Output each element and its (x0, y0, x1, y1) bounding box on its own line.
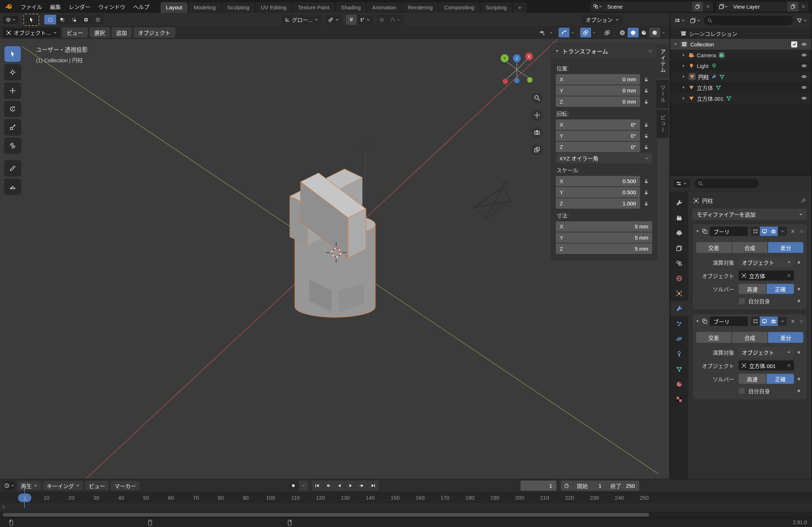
edit-mode-display-toggle[interactable] (751, 227, 760, 236)
next-keyframe-button[interactable] (356, 481, 367, 491)
perspective-toggle[interactable] (531, 144, 543, 155)
collection-checkbox[interactable] (791, 41, 797, 47)
current-frame-field[interactable]: 1 (520, 481, 556, 491)
animate-dot[interactable] (798, 261, 800, 264)
sidebar-tab[interactable]: アイテム (657, 44, 669, 78)
operation-intersect-button[interactable]: 交差 (696, 332, 731, 343)
viewport-menu-item[interactable]: 選択 (90, 27, 110, 38)
snap-toggle[interactable] (346, 15, 357, 25)
boolean-object-field[interactable]: 立方体.001 (739, 360, 794, 371)
expand-caret-icon[interactable] (681, 96, 686, 100)
timeline-scrollbar-track[interactable] (0, 512, 812, 518)
show-gizmo-toggle[interactable] (559, 28, 569, 37)
interaction-mode-dropdown[interactable]: オブジェクト... (3, 28, 60, 37)
outliner-search-input[interactable] (704, 16, 793, 25)
visibility-chevron[interactable] (548, 28, 554, 37)
viewport-display-toggle[interactable] (760, 317, 769, 326)
render-display-toggle[interactable] (769, 317, 778, 326)
value-field[interactable]: Y0° (556, 131, 640, 141)
eye-icon[interactable] (800, 95, 808, 101)
lock-icon[interactable] (640, 122, 652, 127)
tab-object[interactable] (670, 286, 688, 301)
render-display-toggle[interactable] (769, 227, 778, 236)
3d-viewport-canvas[interactable]: ユーザー・透視投影 (1) Collection | 円柱 (0, 39, 669, 479)
operation-union-button[interactable]: 合成 (732, 332, 767, 343)
viewport-display-toggle[interactable] (760, 227, 769, 236)
tool-move[interactable] (4, 83, 21, 99)
tab-object-data[interactable] (670, 362, 688, 377)
modifier-extras-dropdown[interactable] (778, 227, 787, 236)
jump-to-end-button[interactable] (367, 481, 379, 491)
outliner-display-mode-dropdown[interactable] (673, 17, 686, 24)
boolean-object-field[interactable]: 立方体 (739, 271, 794, 281)
tab-output[interactable] (670, 226, 688, 241)
blender-logo-icon[interactable] (4, 2, 14, 11)
menu-item[interactable]: レンダー (65, 1, 94, 12)
new-view-layer-button[interactable] (788, 2, 798, 12)
drag-grip-icon[interactable] (799, 319, 804, 324)
tool-3d-cursor[interactable] (4, 64, 21, 80)
modifier-extras-dropdown[interactable] (778, 317, 787, 326)
delete-modifier-button[interactable] (789, 229, 797, 233)
pan-control[interactable] (531, 109, 543, 121)
workspace-tab[interactable]: UV Editing (256, 2, 292, 13)
active-tool-button[interactable] (23, 14, 39, 26)
workspace-tab[interactable]: Rendering (402, 2, 438, 13)
edit-mode-display-toggle[interactable] (751, 317, 760, 326)
timeline-ruler[interactable]: 1020304050607080901001101201301401501601… (0, 492, 812, 503)
select-mode-subtract[interactable] (68, 15, 80, 24)
snap-to-dropdown[interactable] (357, 15, 373, 25)
editor-type-selector[interactable] (3, 16, 18, 24)
overlays-chevron[interactable] (591, 28, 597, 37)
expand-channels-icon[interactable] (1, 505, 6, 509)
operation-union-button[interactable]: 合成 (732, 242, 767, 253)
timeline-scrollbar-thumb[interactable] (3, 513, 649, 517)
eye-icon[interactable] (800, 41, 808, 47)
editor-type-selector[interactable] (673, 179, 690, 188)
lock-icon[interactable] (640, 179, 652, 184)
shading-chevron[interactable] (660, 28, 667, 37)
record-button[interactable] (288, 481, 299, 491)
gizmo-chevron[interactable] (569, 28, 576, 37)
value-field[interactable]: Z5 mm (556, 244, 652, 254)
unlink-scene-button[interactable] (703, 2, 713, 12)
tab-material[interactable] (670, 377, 688, 392)
self-intersection-checkbox[interactable] (739, 388, 745, 394)
playhead-line[interactable] (24, 489, 25, 508)
expand-caret-icon[interactable] (695, 319, 700, 323)
value-field[interactable]: Y5 mm (556, 232, 652, 243)
show-overlays-toggle[interactable] (580, 28, 591, 37)
viewport-menu-item[interactable]: 追加 (112, 27, 132, 38)
tab-particles[interactable] (670, 316, 688, 331)
expand-caret-icon[interactable] (681, 85, 686, 90)
tab-modifiers[interactable] (670, 301, 688, 316)
tab-view-layer[interactable] (670, 241, 688, 256)
menu-item[interactable]: ヘルプ (129, 1, 153, 12)
show-object-types-dropdown[interactable] (537, 28, 548, 37)
collapse-caret-icon[interactable] (555, 49, 559, 53)
lock-icon[interactable] (640, 88, 652, 93)
workspace-tab[interactable]: Sculpting (222, 2, 255, 13)
modifier-name-field[interactable]: ブーリ (710, 317, 748, 326)
workspace-tab[interactable]: Animation (367, 2, 402, 13)
lock-icon[interactable] (640, 145, 652, 150)
menu-item[interactable]: ファイル (17, 1, 46, 12)
select-mode-invert[interactable] (80, 15, 92, 24)
new-scene-button[interactable] (692, 2, 703, 12)
marker-menu[interactable]: マーカー (111, 481, 140, 490)
expand-caret-icon[interactable] (695, 229, 700, 233)
tool-rotate[interactable] (4, 101, 21, 117)
tool-measure[interactable] (4, 179, 21, 195)
view-layer-name[interactable]: View Layer (730, 4, 788, 10)
tool-transform[interactable] (4, 138, 21, 154)
tool-annotate[interactable] (4, 160, 21, 176)
outliner-row-collection[interactable]: Collection (670, 39, 811, 50)
viewport-menu-item[interactable]: オブジェクト (134, 27, 175, 38)
outliner-row-cylinder[interactable]: 円柱 (670, 71, 811, 82)
operation-intersect-button[interactable]: 交差 (696, 242, 731, 253)
panel-grip-icon[interactable] (648, 49, 653, 54)
operand-type-dropdown[interactable]: オブジェクト (739, 347, 794, 357)
workspace-tab[interactable]: Texture Paint (293, 2, 335, 13)
clear-object-icon[interactable] (787, 363, 791, 368)
tab-world[interactable] (670, 271, 688, 286)
